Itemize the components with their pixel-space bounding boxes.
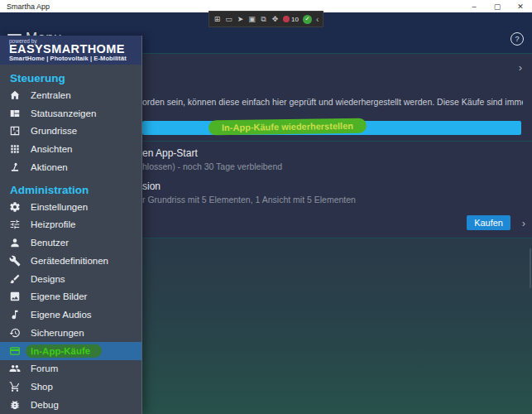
toolbar-collapse-icon[interactable]: ‹ [314,15,320,24]
nav-item-statusanzeigen[interactable]: Statusanzeigen [0,104,141,123]
chevron-right-icon: › [522,217,525,229]
credit-card-icon [9,345,21,357]
nav-item-label: Benutzer [31,238,69,248]
bug-icon [9,399,21,411]
nav-item-heizprofile[interactable]: Heizprofile [0,216,141,234]
nav-item-eigene-audios[interactable]: Eigene Audios [0,306,141,324]
nav-item-label: Eigene Audios [31,310,92,320]
buy-button[interactable]: Kaufen [467,215,510,230]
select-element-icon[interactable]: ➤ [235,13,246,25]
nav-item-forum[interactable]: Forum [0,360,141,378]
hot-reload-icon[interactable]: ✥ [270,13,280,25]
grid-views-icon [9,143,21,155]
brand-logo: powered by EASYSMARTHOME SmartHome | Pho… [0,36,141,65]
nav-item-gerätedefinitionen[interactable]: Gerätedefinitionen [0,252,141,270]
nav-item-benutzer[interactable]: Benutzer [0,233,141,252]
nav-item-label: Ansichten [31,144,73,154]
nav-item-label: Designs [31,274,65,284]
status-check-icon[interactable]: ✓ [303,15,312,24]
nav-item-label: Einstellungen [31,202,88,212]
nav-section-header: Administration [0,176,141,198]
nav-item-label: Statusanzeigen [31,108,96,118]
image-icon [9,291,21,302]
red-badge-icon [283,16,290,22]
app-window: Smartha App – ▢ ✕ Menu ? ⊞▭➤▣⧉✥ 10 ✓ ‹ ›… [0,0,532,414]
nav-section-header: Steuerung [0,65,141,86]
live-visual-tree-icon[interactable]: ⊞ [212,13,223,25]
nav-item-label: Gerätedefinitionen [31,256,108,266]
nav-item-shop[interactable]: Shop [0,378,141,396]
nav-item-label: Heizprofile [31,219,75,229]
nav-item-label: Eigene Bilder [31,291,87,301]
purchase-title: en App-Start [142,147,198,159]
nav-item-debug[interactable]: Debug [0,396,141,414]
chevron-right-icon: › [519,61,522,74]
restore-purchases-button[interactable]: In-App-Käufe wiederherstellen [142,121,521,135]
nav-item-label: Zentralen [31,90,71,100]
nav-item-eigene-bilder[interactable]: Eigene Bilder [0,288,141,306]
green-highlight-annotation: In-App-Käufe wiederherstellen [208,118,367,136]
nav-item-label: Shop [31,382,53,392]
minimize-button[interactable]: – [463,0,486,12]
nav-item-label-highlighted: In-App-Käufe [26,344,102,358]
cart-icon [9,381,21,392]
nav-item-einstellungen[interactable]: Einstellungen [0,198,141,216]
window-title: Smartha App [0,2,463,11]
badge-count: 10 [291,16,299,23]
brush-icon [9,273,21,285]
nav-item-in-app-käufe[interactable]: In-App-Käufe [0,342,141,360]
floorplan-icon [9,125,21,137]
scrollbar-thumb[interactable] [530,248,531,288]
nav-item-label: Forum [31,363,58,373]
purchase-subtitle: hlossen) - noch 30 Tage verbleibend [142,161,282,171]
restore-description: orden sein, können diese einfach hier ge… [142,97,523,107]
purchase-title: sion [142,181,161,192]
nav-item-ansichten[interactable]: Ansichten [0,140,141,158]
nav-list: SteuerungZentralenStatusanzeigenGrundris… [0,65,141,414]
action-lever-icon [9,161,21,173]
nav-item-aktionen[interactable]: Aktionen [0,158,141,176]
nav-item-grundrisse[interactable]: Grundrisse [0,123,141,141]
hot-reload-badge[interactable]: 10 [281,16,300,23]
nav-item-label: Debug [31,400,59,410]
close-button[interactable]: ✕ [509,0,532,12]
vs-debug-toolbar: ⊞▭➤▣⧉✥ 10 ✓ ‹ [208,11,324,27]
window-controls: – ▢ ✕ [463,0,532,12]
restore-backup-icon [9,327,21,339]
home-icon [9,89,21,101]
nav-item-designs[interactable]: Designs [0,270,141,288]
nav-item-sicherungen[interactable]: Sicherungen [0,324,141,342]
track-focused-element-icon[interactable]: ⧉ [258,13,269,25]
navigation-menu: powered by EASYSMARTHOME SmartHome | Pho… [0,36,142,414]
tune-sliders-icon [9,219,21,230]
logo-tagline: SmartHome | Photovoltaik | E-Mobilität [9,55,141,62]
purchase-subtitle: r Grundriss mit 5 Elementen, 1 Ansicht m… [142,195,356,205]
people-icon [9,363,21,374]
gear-icon [9,201,21,213]
nav-item-label: Grundrisse [31,126,77,136]
logo-brand-text: EASYSMARTHOME [9,44,141,55]
wrench-icon [9,255,21,267]
show-element-icon[interactable]: ▭ [223,13,234,25]
status-panels-icon [9,108,21,119]
nav-item-label: Aktionen [31,162,68,172]
layout-adorners-icon[interactable]: ▣ [247,13,257,25]
maximize-button[interactable]: ▢ [486,0,509,12]
help-icon[interactable]: ? [510,32,524,46]
user-icon [9,237,21,248]
music-note-icon [9,309,21,320]
nav-item-zentralen[interactable]: Zentralen [0,86,141,104]
nav-item-label: Sicherungen [31,328,84,338]
